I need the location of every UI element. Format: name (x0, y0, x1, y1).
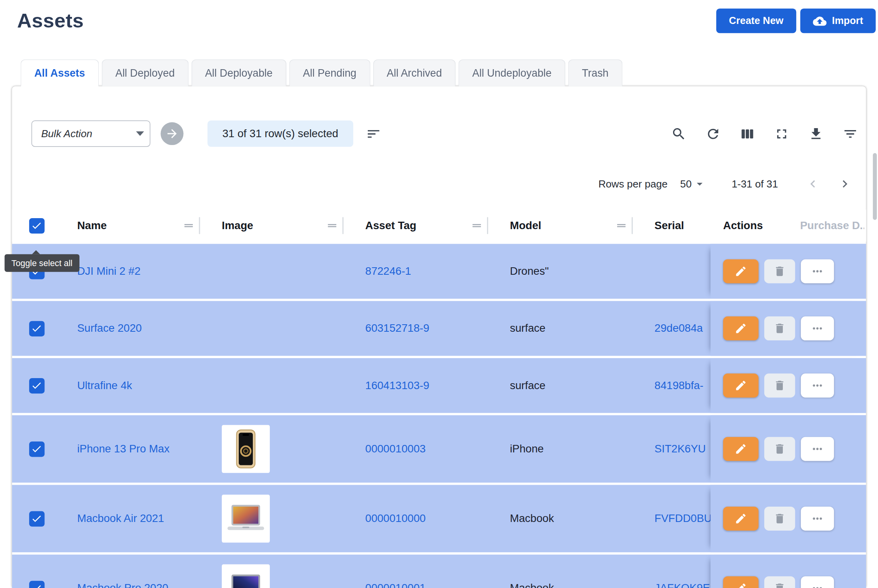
delete-button[interactable] (764, 373, 795, 397)
rows-per-page-select[interactable]: 50 (680, 177, 706, 191)
page-header: Assets Create New Import (0, 0, 878, 32)
column-header-purchase-date[interactable]: Purchase D... (800, 219, 864, 232)
asset-tag-link[interactable]: 0000010003 (365, 443, 426, 455)
download-icon[interactable] (808, 126, 824, 141)
sort-icon[interactable] (366, 126, 381, 141)
column-header-serial[interactable]: Serial (655, 219, 684, 232)
columns-icon[interactable] (740, 126, 755, 141)
drag-handle-icon[interactable] (183, 219, 195, 232)
column-resize-handle[interactable] (632, 217, 633, 234)
refresh-icon[interactable] (705, 126, 721, 141)
create-new-button[interactable]: Create New (716, 9, 796, 33)
asset-model: iPhone (510, 443, 544, 455)
asset-tag-link[interactable]: 0000010001 (365, 582, 426, 588)
asset-serial-link[interactable]: FVFDD0BU (655, 512, 712, 525)
row-actions (710, 358, 866, 413)
column-resize-handle[interactable] (342, 217, 343, 234)
chevron-down-icon (693, 177, 706, 191)
tab-trash[interactable]: Trash (568, 59, 622, 86)
asset-serial-link[interactable]: 84198bfa- (655, 379, 703, 392)
edit-button[interactable] (723, 316, 758, 340)
bulk-action-select[interactable]: Bulk Action (31, 121, 150, 147)
asset-tag-link[interactable]: 0000010000 (365, 512, 426, 525)
asset-image-macbook-pro[interactable] (222, 564, 270, 588)
row-checkbox[interactable] (29, 441, 44, 457)
asset-name-link[interactable]: DJI Mini 2 #2 (77, 265, 140, 277)
vertical-scrollbar[interactable] (873, 153, 877, 220)
column-resize-handle[interactable] (487, 217, 488, 234)
more-actions-button[interactable] (801, 373, 834, 397)
fullscreen-icon[interactable] (774, 126, 789, 141)
column-header-model[interactable]: Model (510, 219, 541, 232)
table-row[interactable]: Macbook Air 2021 00 (12, 485, 866, 552)
more-actions-button[interactable] (801, 259, 834, 283)
delete-button[interactable] (764, 576, 795, 588)
asset-serial-link[interactable]: JAFKOK9E (655, 582, 710, 588)
edit-button[interactable] (723, 437, 758, 461)
drag-handle-icon[interactable] (326, 219, 338, 232)
asset-name-link[interactable]: Surface 2020 (77, 322, 142, 335)
ellipsis-icon (811, 265, 825, 278)
cloud-upload-icon (813, 14, 826, 28)
delete-button[interactable] (764, 316, 795, 340)
asset-tag-link[interactable]: 603152718-9 (365, 322, 430, 335)
select-all-checkbox[interactable] (29, 218, 44, 233)
selected-rows-badge: 31 of 31 row(s) selected (207, 121, 353, 147)
edit-button[interactable] (723, 507, 758, 531)
delete-button[interactable] (764, 259, 795, 283)
trash-icon (773, 512, 786, 525)
tab-all-deployed[interactable]: All Deployed (101, 59, 188, 86)
table-row[interactable]: Ultrafine 4k 160413103-9 surface 84198bf… (12, 358, 866, 413)
row-checkbox[interactable] (29, 581, 44, 588)
row-actions (710, 555, 866, 588)
edit-button[interactable] (723, 259, 758, 283)
apply-bulk-action-button[interactable] (160, 122, 183, 145)
delete-button[interactable] (764, 507, 795, 531)
table-row[interactable]: Macbook Pro 2020 00 (12, 555, 866, 588)
row-checkbox[interactable] (29, 321, 44, 336)
asset-name-link[interactable]: Macbook Pro 2020 (77, 582, 168, 588)
tab-all-archived[interactable]: All Archived (373, 59, 456, 86)
column-header-name[interactable]: Name (77, 219, 107, 232)
asset-serial-link[interactable]: 29de084a (655, 322, 703, 335)
edit-pencil-icon (734, 379, 747, 392)
more-actions-button[interactable] (801, 437, 834, 461)
table-row[interactable]: Surface 2020 603152718-9 surface 29de084… (12, 301, 866, 356)
delete-button[interactable] (764, 437, 795, 461)
more-actions-button[interactable] (801, 316, 834, 340)
pagination-bar: Rows per page 50 1-31 of 31 (12, 175, 866, 193)
table-row[interactable]: iPhone 13 Pro Max 0000010003 iPhone (12, 415, 866, 482)
asset-tag-link[interactable]: 872246-1 (365, 265, 411, 277)
asset-image-macbook-air[interactable] (222, 494, 270, 542)
more-actions-button[interactable] (801, 576, 834, 588)
tab-all-assets[interactable]: All Assets (20, 59, 99, 86)
tab-all-deployable[interactable]: All Deployable (191, 59, 286, 86)
row-checkbox[interactable] (29, 378, 44, 393)
asset-image-iphone[interactable] (222, 425, 270, 473)
row-checkbox[interactable] (29, 511, 44, 526)
search-icon[interactable] (671, 126, 686, 141)
tab-all-undeployable[interactable]: All Undeployable (459, 59, 566, 86)
previous-page-button[interactable] (805, 176, 820, 191)
rows-per-page-value: 50 (680, 178, 692, 190)
drag-handle-icon[interactable] (470, 219, 483, 232)
tab-all-pending[interactable]: All Pending (289, 59, 370, 86)
drag-handle-icon[interactable] (615, 219, 628, 232)
next-page-button[interactable] (837, 176, 852, 191)
asset-serial-link[interactable]: SIT2K6YU (655, 443, 706, 455)
import-button[interactable]: Import (800, 9, 876, 33)
asset-name-link[interactable]: Macbook Air 2021 (77, 512, 164, 525)
trash-icon (773, 265, 786, 277)
column-header-asset-tag[interactable]: Asset Tag (365, 219, 417, 232)
edit-button[interactable] (723, 576, 758, 588)
column-resize-handle[interactable] (199, 217, 200, 234)
asset-name-link[interactable]: iPhone 13 Pro Max (77, 443, 170, 455)
asset-tag-link[interactable]: 160413103-9 (365, 379, 430, 392)
table-row[interactable]: DJI Mini 2 #2 872246-1 Drones" (12, 244, 866, 299)
asset-name-link[interactable]: Ultrafine 4k (77, 379, 132, 392)
filter-icon[interactable] (843, 126, 858, 141)
column-header-image[interactable]: Image (222, 219, 253, 232)
trash-icon (773, 582, 786, 588)
edit-button[interactable] (723, 373, 758, 397)
more-actions-button[interactable] (801, 507, 834, 531)
